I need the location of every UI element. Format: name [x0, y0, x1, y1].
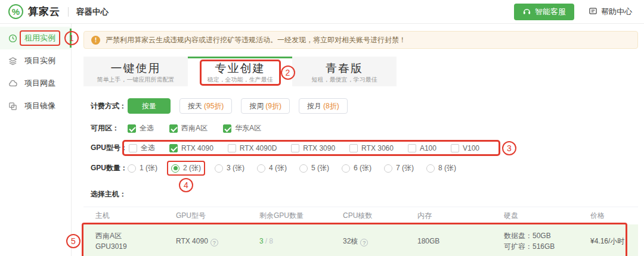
column-header-cpu-cores: CPU核数 [331, 211, 405, 221]
smart-service-label: 智能客服 [535, 7, 566, 17]
billing-method-label: 计费方式： [91, 101, 128, 111]
question-icon[interactable]: ? [210, 239, 218, 246]
gpu-count-option-8[interactable]: 8 (张) [426, 163, 456, 173]
radio-selected-icon [171, 164, 179, 173]
annotation-circle-2: 2 [281, 65, 295, 80]
sidebar-item-label: 项目网盘 [23, 77, 57, 89]
checkbox-icon [408, 144, 416, 152]
host-table-row[interactable]: 5 西南A区 GPU3019 RTX 4090? 3/ 8 32核? 180GB… [83, 224, 638, 256]
help-center-link[interactable]: 帮助中心 [589, 7, 632, 17]
gpu-model-option-rtx4090[interactable]: RTX 4090 [169, 144, 213, 152]
column-header-price: 价格 [578, 211, 638, 221]
gpu-model-row: GPU型号： 全选 RTX 4090 RTX 4090D [91, 143, 638, 153]
radio-icon [215, 164, 223, 173]
gpu-count-label: GPU数量： [91, 163, 128, 173]
annotation-circle-3: 3 [502, 141, 516, 155]
sidebar-item-project-netdisk[interactable]: 项目网盘 [0, 72, 71, 95]
gpu-count-row: GPU数量： 1 (张) 2 (张) 4 3 (张) [91, 163, 638, 174]
host-zone: 西南A区 [95, 230, 164, 241]
column-header-disk: 硬盘 [492, 211, 578, 221]
sidebar-item-label: 租用实例 1 [23, 32, 57, 44]
tab-title: 一键使用 [111, 63, 161, 74]
gpu-model-option-rtx3090[interactable]: RTX 3090 [291, 144, 335, 152]
headset-icon [522, 7, 531, 17]
gpu-remaining-count: 3 [259, 237, 264, 245]
gpu-model-option-rtx4090d[interactable]: RTX 4090D [228, 144, 277, 152]
cell-disk: 数据盘：50GB 可扩容：516GB [492, 230, 578, 252]
layers-icon [8, 57, 17, 65]
brand-name: 算家云 [28, 5, 60, 18]
disk-data: 数据盘：50GB [504, 230, 578, 241]
gpu-total-count: / 8 [265, 237, 273, 245]
billing-option-monthly[interactable]: 按月 (8折) [299, 98, 348, 114]
tab-subtitle: 简单上手，一键应用所需配置 [97, 77, 175, 83]
checkbox-icon [291, 144, 299, 152]
gpu-model-option-rtx3060[interactable]: RTX 3060 [349, 144, 394, 152]
discount-label: (8折) [323, 101, 339, 111]
question-icon[interactable]: ? [360, 239, 368, 246]
cell-price: ¥4.16/小时 [578, 236, 638, 246]
top-bar: % 算家云 容器中心 智能客服 帮助中心 [0, 0, 644, 24]
warning-icon: ! [91, 36, 100, 45]
gpu-count-option-7[interactable]: 7 (张) [384, 163, 414, 173]
host-table: 主机 GPU型号 剩余GPU数量 CPU核数 内存 硬盘 价格 5 西南A区 G… [83, 207, 638, 256]
gpu-count-option-2[interactable]: 2 (张) 4 [170, 163, 202, 174]
sidebar-item-label: 项目镜像 [23, 100, 57, 112]
billing-option-weekly[interactable]: 按周 (9折) [241, 98, 290, 114]
cell-gpu-remaining: 3/ 8 [247, 236, 331, 246]
checkbox-checked-icon [169, 144, 178, 152]
host-id: GPU3019 [95, 241, 164, 252]
sidebar-item-rent-instance[interactable]: 租用实例 1 [0, 27, 71, 49]
gpu-count-option-1[interactable]: 1 (张) [128, 163, 157, 173]
tab-subtitle: 短租，最便宜，学习最佳 [312, 77, 377, 83]
billing-option-metered[interactable]: 按量 [128, 98, 171, 114]
annotation-box-2: 专业创建 稳定，全功能，生产最佳 2 [205, 63, 275, 83]
radio-icon [426, 164, 435, 173]
checkbox-checked-icon [128, 124, 136, 133]
image-mirror-icon [8, 102, 17, 111]
sidebar: 租用实例 1 项目实例 项目网盘 [0, 24, 72, 256]
topbar-actions: 智能客服 帮助中心 [514, 4, 632, 20]
logo-percent-glyph: % [12, 7, 20, 17]
header-divider [68, 7, 69, 17]
cell-gpu-model: RTX 4090? [164, 236, 247, 247]
radio-icon [342, 164, 350, 173]
gpu-count-option-5[interactable]: 5 (张) [299, 163, 329, 173]
smart-service-button[interactable]: 智能客服 [514, 4, 574, 20]
create-mode-tabs: 一键使用 简单上手，一键应用所需配置 专业创建 稳定，全功能，生产最佳 2 青春… [83, 57, 638, 86]
clock-icon [8, 34, 17, 43]
radio-icon [257, 164, 265, 173]
zone-option-all[interactable]: 全选 [128, 123, 154, 133]
tab-professional-create[interactable]: 专业创建 稳定，全功能，生产最佳 2 [188, 57, 292, 86]
gpu-model-label: GPU型号： [91, 143, 128, 153]
zone-label: 可用区： [91, 123, 128, 133]
brand-logo-icon: % [8, 4, 23, 19]
cloud-icon [8, 79, 17, 88]
tab-title: 专业创建 [215, 63, 265, 74]
gpu-count-option-3[interactable]: 3 (张) [215, 163, 244, 173]
annotation-circle-1: 1 [64, 31, 79, 45]
zone-option-east-a[interactable]: 华东A区 [223, 123, 261, 133]
gpu-model-option-a100[interactable]: A100 [408, 144, 436, 152]
billing-method-row: 计费方式： 按量 按天 (95折) 按周 (9折) 按月 ( [91, 98, 638, 114]
annotation-circle-4: 4 [179, 178, 193, 192]
gpu-count-option-6[interactable]: 6 (张) [342, 163, 371, 173]
gpu-model-option-v100[interactable]: V100 [451, 144, 479, 152]
zone-option-southwest-a[interactable]: 西南A区 [169, 123, 208, 133]
gpu-model-option-all[interactable]: 全选 [129, 143, 155, 153]
checkbox-icon [349, 144, 358, 152]
tab-title: 青春版 [326, 63, 363, 74]
checkbox-checked-icon [223, 124, 231, 133]
tab-youth-edition[interactable]: 青春版 短租，最便宜，学习最佳 [292, 57, 397, 86]
column-header-memory: 内存 [405, 211, 492, 221]
radio-icon [299, 164, 308, 173]
tab-one-click-use[interactable]: 一键使用 简单上手，一键应用所需配置 [83, 57, 188, 86]
annotation-circle-5: 5 [66, 234, 80, 248]
billing-option-daily[interactable]: 按天 (95折) [179, 98, 232, 114]
sidebar-item-label: 项目实例 [23, 55, 57, 67]
warning-text: 严禁利用算家云生成违规内容或进行挖矿等违规活动。一经发现，将立即对相关账号进行封… [106, 35, 406, 45]
sidebar-item-project-image[interactable]: 项目镜像 [0, 95, 71, 117]
sidebar-item-project-instance[interactable]: 项目实例 [0, 49, 71, 72]
gpu-count-option-4[interactable]: 4 (张) [257, 163, 287, 173]
select-host-label: 选择主机： [91, 189, 638, 199]
